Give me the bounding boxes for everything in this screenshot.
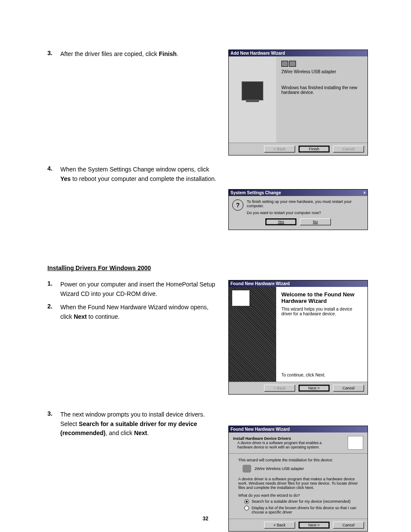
wizard1-device-name: 2Wire Wireless USB adapter <box>281 69 362 74</box>
wizard1-side-image <box>229 56 276 143</box>
wiz4-prompt: What do you want the wizard to do? <box>238 493 358 498</box>
wiz4-titlebar: Found New Hardware Wizard <box>229 426 367 432</box>
dlg2-line2: Do you want to restart your computer now… <box>247 211 364 215</box>
cancel-button[interactable]: Cancel <box>333 522 364 529</box>
monitor-icon <box>242 81 263 100</box>
yes-button[interactable]: Yes <box>265 218 296 225</box>
next-button[interactable]: Next > <box>299 385 330 392</box>
wiz4-explain-text: A device driver is a software program th… <box>238 477 358 490</box>
wizard1-titlebar: Add New Hardware Wizard <box>229 50 367 56</box>
device-icon <box>289 61 296 67</box>
step-1b: 1. Power on your computer and insert the… <box>47 280 220 299</box>
device-icon <box>281 61 288 67</box>
step-3a: 3. After the driver files are copied, cl… <box>47 50 220 59</box>
usb-device-icon <box>243 465 251 473</box>
no-button[interactable]: No <box>300 218 331 225</box>
step-2b: 2. When the Found New Hardware Wizard wi… <box>47 303 220 321</box>
wiz4-device-name: 2Wire Wireless USB adapter <box>255 467 304 471</box>
page-number: 32 <box>0 516 411 522</box>
dlg2-titlebar: System Settings Change × <box>229 190 367 196</box>
hardware-icon <box>232 290 249 306</box>
dlg2-line1: To finish setting up your new hardware, … <box>247 199 364 208</box>
wiz3-welcome-heading: Welcome to the Found New Hardware Wizard <box>281 291 362 304</box>
wiz3-titlebar: Found New Hardware Wizard <box>229 280 367 287</box>
back-button[interactable]: < Back <box>264 522 295 529</box>
step-3c: 3. The next window prompts you to instal… <box>47 410 220 438</box>
wizard1-done-text: Windows has finished installing the new … <box>281 85 362 95</box>
radio-option-search[interactable]: Search for a suitable driver for my devi… <box>238 499 358 504</box>
wiz4-header-title: Install Hardware Device Drivers <box>233 436 332 441</box>
add-new-hardware-wizard: Add New Hardware Wizard 2 <box>228 50 368 156</box>
cancel-button[interactable]: Cancel <box>333 146 364 152</box>
radio-icon <box>244 499 249 504</box>
hardware-icon <box>348 436 363 450</box>
back-button[interactable]: < Back <box>264 146 295 152</box>
section-heading-win2000: Installing Drivers For Windows 2000 <box>47 264 368 271</box>
found-new-hardware-wizard-welcome: Found New Hardware Wizard Welcome to the… <box>228 280 368 395</box>
wiz3-side-image <box>229 287 276 382</box>
wiz3-continue-text: To continue, click Next. <box>281 338 362 377</box>
back-button[interactable]: < Back <box>264 385 295 392</box>
question-icon: ? <box>232 199 243 211</box>
finish-button[interactable]: Finish <box>299 146 330 152</box>
radio-option-display-list[interactable]: Display a list of the known drivers for … <box>238 506 358 514</box>
step-4a: 4. When the System Settings Change windo… <box>47 165 220 184</box>
wiz4-header-subtitle: A device driver is a software program th… <box>233 441 332 449</box>
close-icon[interactable]: × <box>363 190 366 195</box>
radio-icon <box>244 506 249 510</box>
cancel-button[interactable]: Cancel <box>333 385 364 392</box>
system-settings-change-dialog: System Settings Change × ? To finish set… <box>228 189 368 230</box>
next-button[interactable]: Next > <box>299 522 330 529</box>
wiz3-desc: This wizard helps you install a device d… <box>281 307 362 316</box>
wiz4-complete-text: This wizard will complete the installati… <box>238 458 358 462</box>
